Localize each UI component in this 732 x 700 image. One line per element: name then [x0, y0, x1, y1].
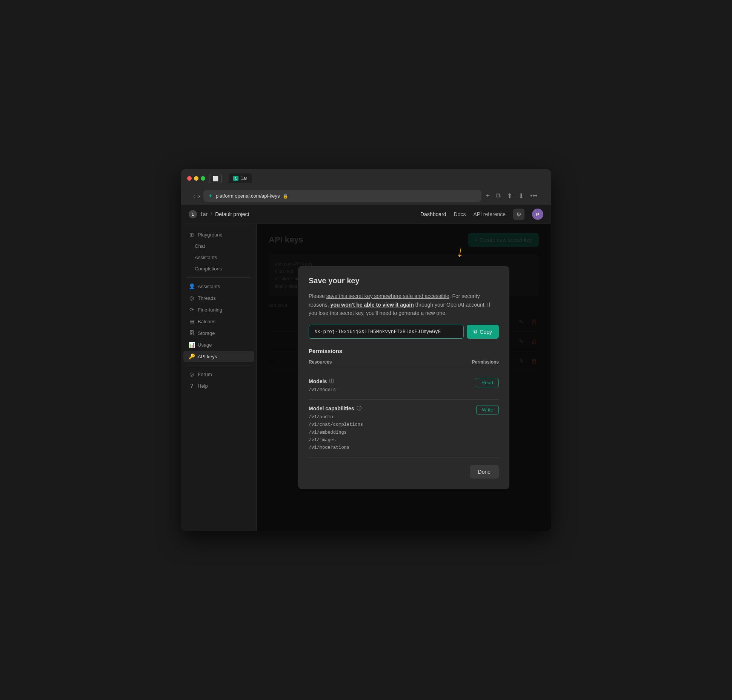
nav-dashboard[interactable]: Dashboard — [420, 211, 446, 217]
permission-row-models: Models ⓘ /v1/models Read — [309, 373, 499, 399]
user-avatar[interactable]: P — [532, 209, 543, 220]
settings-button[interactable]: ⚙ — [513, 209, 524, 220]
sidebar-item-label: Batches — [198, 319, 215, 324]
sidebar-item-label: Playground — [198, 232, 223, 238]
sidebar-item-forum[interactable]: ◎ Forum — [183, 368, 254, 380]
sidebar-item-label: Completions — [195, 266, 222, 272]
modal-link: save this secret key somewhere safe and … — [326, 293, 449, 299]
copy-button[interactable]: ⧉ Copy — [467, 325, 499, 339]
col-permissions: Permissions — [472, 359, 499, 365]
sidebar-item-api-keys[interactable]: 🔑 API keys — [183, 351, 254, 362]
permissions-heading: Permissions — [309, 348, 499, 354]
new-tab-button[interactable]: + — [484, 190, 492, 201]
sidebar-item-label: Storage — [198, 330, 215, 336]
help-icon: ? — [189, 383, 195, 389]
capabilities-label: Model capabilities — [309, 405, 354, 411]
sidebar-item-label: Usage — [198, 342, 212, 348]
models-paths: /v1/models — [309, 386, 336, 394]
permission-resource-models: Models ⓘ /v1/models — [309, 378, 336, 394]
sidebar-item-storage[interactable]: 🗄 Storage — [183, 327, 254, 339]
assistants-icon: 👤 — [189, 283, 195, 289]
sidebar: ⊞ Playground Chat Assistants Completions — [181, 224, 257, 531]
maximize-button[interactable] — [201, 176, 205, 181]
forward-button: › — [198, 193, 200, 200]
traffic-lights — [187, 176, 205, 181]
capabilities-paths: /v1/audio /v1/chat/completions /v1/embed… — [309, 413, 363, 452]
fine-tuning-icon: ⟳ — [189, 307, 195, 313]
sidebar-item-label: API keys — [198, 354, 217, 359]
models-label: Models — [309, 378, 327, 384]
main-content: API keys + Create new secret key ew user… — [257, 224, 551, 531]
sidebar-item-help[interactable]: ? Help — [183, 380, 254, 391]
breadcrumb-separator: / — [211, 211, 212, 217]
sidebar-item-label: Chat — [195, 243, 205, 249]
usage-icon: 📊 — [189, 342, 195, 348]
sidebar-item-label: Help — [198, 383, 208, 389]
browser-tab[interactable]: 1 1ar — [229, 173, 252, 183]
sidebar-item-label: Forum — [198, 371, 212, 377]
done-button[interactable]: Done — [470, 465, 499, 479]
col-resources: Resources — [309, 359, 332, 365]
minimize-button[interactable] — [194, 176, 198, 181]
url-text: platform.openai.com/api-keys — [216, 193, 280, 199]
duplicate-button[interactable]: ⧉ — [494, 190, 502, 201]
sidebar-item-usage[interactable]: 📊 Usage — [183, 339, 254, 350]
sidebar-divider-2 — [186, 365, 251, 365]
permission-row-capabilities: Model capabilities ⓘ /v1/audio /v1/chat/… — [309, 400, 499, 457]
more-button[interactable]: ••• — [529, 190, 539, 201]
sidebar-item-label: Assistants — [198, 284, 220, 289]
back-button[interactable]: ‹ — [193, 193, 195, 200]
breadcrumb: 1 1ar / Default project — [189, 210, 420, 218]
sidebar-item-batches[interactable]: ▤ Batches — [183, 316, 254, 327]
lock-icon: 🔒 — [283, 193, 288, 199]
nav-docs[interactable]: Docs — [454, 211, 466, 217]
download-button[interactable]: ⬇ — [517, 190, 526, 202]
modal-bold: you won't be able to view it again — [331, 302, 414, 308]
sidebar-item-assistants[interactable]: 👤 Assistants — [183, 281, 254, 292]
workspace-name: 1ar — [200, 211, 208, 217]
key-display-row: sk-proj-INxi6ijGXlTH5MnkvynFT3BlbkFJImyw… — [309, 325, 499, 339]
save-key-modal: ↓ Save your key Please save this secret … — [298, 266, 509, 489]
app-header: 1 1ar / Default project Dashboard Docs A… — [181, 205, 551, 224]
threads-icon: ◎ — [189, 295, 195, 301]
nav-api-reference[interactable]: API reference — [473, 211, 506, 217]
arrow-annotation: ↓ — [455, 243, 466, 261]
modal-text-1: Please — [309, 293, 326, 299]
sidebar-toggle-button[interactable]: ⬜ — [209, 174, 222, 183]
secret-key-display: sk-proj-INxi6ijGXlTH5MnkvynFT3BlbkFJImyw… — [309, 325, 464, 339]
workspace-avatar: 1 — [189, 210, 197, 218]
permissions-header: Resources Permissions — [309, 359, 499, 368]
sidebar-item-playground[interactable]: ⊞ Playground — [183, 229, 254, 240]
sidebar-item-label: Assistants — [195, 255, 217, 260]
copy-label: Copy — [480, 329, 492, 335]
models-info-icon: ⓘ — [329, 378, 334, 385]
project-name: Default project — [215, 211, 249, 217]
batches-icon: ▤ — [189, 318, 195, 324]
sidebar-item-chat[interactable]: Chat — [183, 241, 254, 252]
sidebar-item-label: Fine-tuning — [198, 307, 222, 313]
modal-footer: Done — [309, 465, 499, 479]
sidebar-item-threads[interactable]: ◎ Threads — [183, 292, 254, 304]
tab-favicon: 1 — [233, 176, 238, 181]
share-button[interactable]: ⬆ — [505, 190, 514, 202]
permission-resource-capabilities: Model capabilities ⓘ /v1/audio /v1/chat/… — [309, 405, 363, 452]
sidebar-item-assistants-sub[interactable]: Assistants — [183, 252, 254, 263]
address-bar[interactable]: ✦ platform.openai.com/api-keys 🔒 — [203, 190, 481, 202]
storage-icon: 🗄 — [189, 330, 195, 336]
modal-overlay: ↓ Save your key Please save this secret … — [257, 224, 551, 531]
sidebar-item-fine-tuning[interactable]: ⟳ Fine-tuning — [183, 304, 254, 315]
tab-label: 1ar — [241, 176, 247, 181]
modal-title: Save your key — [309, 276, 499, 285]
modal-body: Please save this secret key somewhere sa… — [309, 292, 499, 317]
models-permission-badge[interactable]: Read — [476, 378, 499, 387]
close-button[interactable] — [187, 176, 192, 181]
sidebar-item-label: Threads — [198, 295, 216, 301]
header-nav: Dashboard Docs API reference ⚙ P — [420, 209, 543, 220]
permissions-section: Permissions Resources Permissions Models… — [309, 348, 499, 457]
openai-icon: ✦ — [208, 192, 213, 200]
capabilities-info-icon: ⓘ — [357, 405, 361, 412]
sidebar-divider — [186, 277, 251, 278]
capabilities-permission-badge[interactable]: Write — [476, 405, 499, 414]
copy-icon: ⧉ — [474, 329, 477, 335]
sidebar-item-completions[interactable]: Completions — [183, 263, 254, 274]
